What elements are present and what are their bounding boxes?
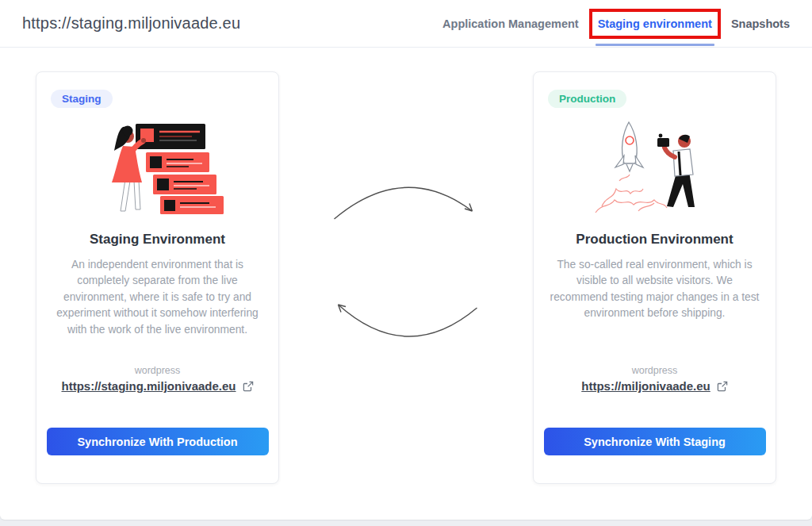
production-badge: Production [548,90,626,108]
synchronize-with-staging-button[interactable]: Synchronize With Staging [544,428,766,455]
staging-site-link[interactable]: https://staging.miljonivaade.eu [61,379,236,393]
production-site-link[interactable]: https://miljonivaade.eu [581,379,710,393]
staging-title: Staging Environment [90,232,225,248]
staging-card: Staging [36,71,279,484]
environments-content: Staging [0,48,812,484]
active-tab-underline [596,44,714,46]
tab-application-management[interactable]: Application Management [442,17,579,30]
staging-badge: Staging [51,90,113,108]
header: https://staging.miljonivaade.eu Applicat… [0,0,812,48]
production-card: Production [533,71,776,484]
site-url-heading: https://staging.miljonivaade.eu [22,14,240,33]
production-platform-label: wordpress [632,365,678,376]
staging-management-panel: https://staging.miljonivaade.eu Applicat… [0,0,812,520]
tab-staging-environment-label: Staging environment [598,17,712,30]
production-illustration-icon [588,117,722,214]
production-description: The so-called real environment, which is… [546,257,763,322]
staging-illustration-icon [90,117,225,214]
production-link-row: https://miljonivaade.eu [581,379,728,393]
tab-snapshots[interactable]: Snapshots [731,17,790,30]
synchronize-with-production-button[interactable]: Synchronize With Production [47,428,269,455]
sync-circular-arrows-icon [325,173,488,359]
staging-platform-label: wordpress [135,365,181,376]
staging-link-row: https://staging.miljonivaade.eu [61,379,253,393]
production-title: Production Environment [576,232,733,248]
external-link-icon[interactable] [717,381,728,392]
tab-staging-environment[interactable]: Staging environment [598,17,712,30]
tab-bar: Application Management Staging environme… [442,17,790,30]
external-link-icon[interactable] [243,381,254,392]
staging-description: An independent environment that is compl… [49,257,266,338]
